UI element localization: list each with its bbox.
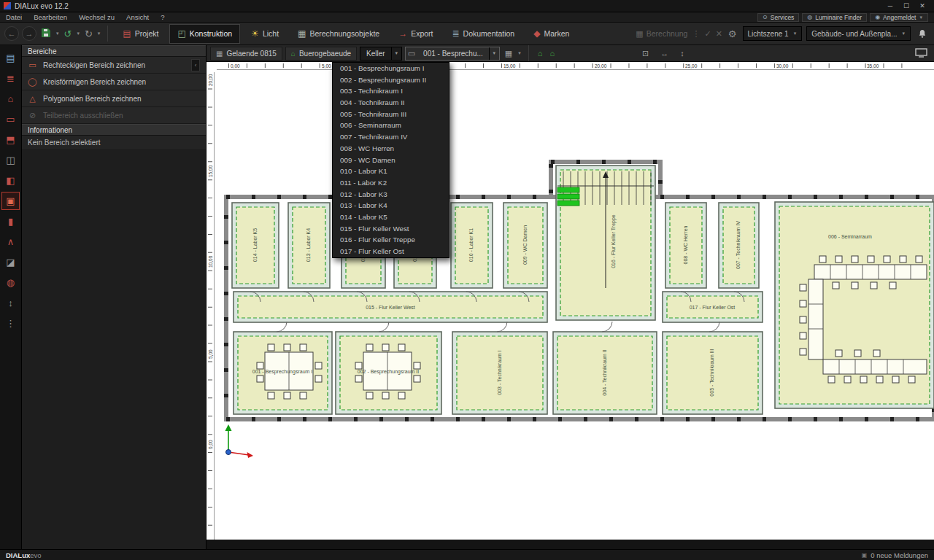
tool-areas-icon[interactable]: ▣ [1,192,20,210]
measure-vertical-icon[interactable]: ↕ [678,49,687,58]
room-007-technikraum-iv[interactable]: 007 - Technikraum IV [719,203,759,288]
room-option[interactable]: 007 - Technikraum IV [333,131,449,143]
undo-menu-caret-icon[interactable]: ▾ [76,31,80,36]
chevron-down-icon[interactable]: ▾ [517,50,522,56]
room-option[interactable]: 002 - Besprechungsraum II [333,74,449,86]
services-button[interactable]: ⊙ Services [757,13,799,22]
mode-konstruktion-button[interactable]: ◰ Konstruktion [169,24,240,44]
panel-collapse-button[interactable]: ‹ [191,59,200,71]
tool-materials-icon[interactable]: ◍ [1,273,20,292]
tool-objects-icon[interactable]: ◪ [1,253,20,271]
drawing-canvas[interactable]: 0,00 5,00 10,00 15,00 20,00 25,00 30,00 … [207,62,934,549]
draw-polygon-area-button[interactable]: △ Polygonalen Bereich zeichnen [22,90,206,107]
menu-wechsel-zu[interactable]: Wechsel zu [79,13,115,21]
save-icon[interactable] [39,28,53,40]
notifications-bell-icon[interactable] [915,29,930,39]
messages-button[interactable]: ▣ 0 neue Meldungen [862,551,928,559]
settings-gear-icon[interactable]: ⚙ [727,28,738,39]
berechnung-button[interactable]: ▦ Berechnung [636,29,687,39]
room-option[interactable]: 012 - Labor K3 [333,189,449,201]
building-tab[interactable]: ⌂ Buerogebaeude [285,47,357,61]
room-009-wc-damen[interactable]: 009 - WC Damen [503,203,547,288]
room-001-besprechungsraum-1[interactable]: 001 - Besprechungsraum I [234,332,332,414]
display-settings-icon[interactable] [915,48,927,59]
room-option[interactable]: 001 - Besprechungsraum I [333,63,449,74]
mode-export-button[interactable]: → Export [390,24,441,44]
minimize-button[interactable]: ─ [882,2,898,9]
mode-dokumentation-button[interactable]: ≣ Dokumentation [444,24,523,44]
room-013-labor-k4[interactable]: 013 - Labor K4 [288,203,330,288]
menu-datei[interactable]: Datei [6,13,22,21]
zoom-selection-icon[interactable]: ⊡ [640,49,651,58]
room-003-technikraum-1[interactable]: 003 - Technikraum I [452,332,547,414]
room-option[interactable]: 013 - Labor K4 [333,200,449,211]
lichtszene-select[interactable]: Lichtszene 1 ▾ [743,26,803,41]
room-option[interactable]: 011 - Labor K2 [333,177,449,189]
storey-select[interactable]: Keller ▾ [360,47,402,61]
room-option[interactable]: 017 - Flur Keller Ost [333,246,449,257]
undo-icon[interactable]: ↺ [63,28,74,39]
room-option[interactable]: 003 - Technikraum I [333,85,449,97]
tool-site-icon[interactable]: ▤ [1,49,20,67]
room-005-technikraum-3[interactable]: 005 - Technikraum III [663,332,763,414]
room-option[interactable]: 015 - Flur Keller West [333,223,449,235]
chevron-down-icon[interactable]: ▾ [391,47,401,60]
menu-help[interactable]: ? [161,13,164,21]
close-button[interactable]: ✕ [914,2,930,9]
room-008-wc-herren[interactable]: 008 - WC Herren [665,203,706,288]
room-016-flur-keller-treppe[interactable]: 016 - Flur Keller Treppe [556,166,655,320]
tool-more-icon[interactable]: ⋮ [1,314,20,332]
cancel-icon[interactable]: ✕ [716,29,722,39]
menu-ansicht[interactable]: Ansicht [126,13,149,21]
room-option[interactable]: 016 - Flur Keller Treppe [333,234,449,246]
draw-circle-area-button[interactable]: ◯ Kreisförmigen Bereich zeichnen [22,74,206,90]
room-option[interactable]: 005 - Technikraum III [333,109,449,120]
account-button[interactable]: ◉ Angemeldet ▾ [870,13,928,22]
tool-building-icon[interactable]: ≣ [1,69,20,88]
forward-button[interactable]: → [22,26,36,41]
tool-doors-icon[interactable]: ◧ [1,171,20,190]
mode-licht-button[interactable]: ☀ Licht [243,24,287,44]
luminaire-finder-button[interactable]: ◍ Luminaire Finder [802,13,867,22]
room-select[interactable]: ▭ 001 - Besprechu... ▾ [405,47,500,61]
room-option[interactable]: 009 - WC Damen [333,155,449,166]
room-option[interactable]: 010 - Labor K1 [333,166,449,177]
room-002-besprechungsraum-2[interactable]: 002 - Besprechungsraum II [336,332,441,414]
mode-marken-button[interactable]: ◆ Marken [525,24,577,44]
measure-horizontal-icon[interactable]: ↔ [658,49,671,58]
redo-icon[interactable]: ↻ [83,28,94,39]
menu-bearbeiten[interactable]: Bearbeiten [34,13,67,21]
tool-rooms-icon[interactable]: ▭ [1,110,20,128]
storey-down-icon[interactable]: ⌂ [547,49,557,58]
room-004-technikraum-2[interactable]: 004 - Technikraum II [553,332,657,414]
room-017-flur-keller-ost[interactable]: 017 - Flur Keller Ost [663,292,763,322]
tool-ceilings-icon[interactable]: ⬒ [1,131,20,149]
tool-measure-icon[interactable]: ↕ [1,294,20,312]
tool-windows-icon[interactable]: ◫ [1,151,20,169]
back-button[interactable]: ← [4,26,19,41]
room-015-flur-keller-west[interactable]: 015 - Flur Keller West [234,292,547,322]
room-014-labor-k5[interactable]: 014 - Labor K5 [232,203,279,288]
site-tab[interactable]: ▦ Gelaende 0815 [210,47,282,61]
redo-menu-caret-icon[interactable]: ▾ [97,31,101,36]
room-option[interactable]: 006 - Seminarraum [333,120,449,131]
room-006-seminarraum[interactable]: 006 - Seminarraum [775,202,934,408]
mode-berechnungsobjekte-button[interactable]: ▦ Berechnungsobjekte [290,24,387,44]
more-options-icon[interactable]: ⋮ [692,29,700,39]
draw-rect-area-button[interactable]: ▭ Rechteckigen Bereich zeichnen ‹ [22,57,206,74]
room-option[interactable]: 008 - WC Herren [333,143,449,155]
confirm-icon[interactable]: ✓ [704,29,711,39]
mode-projekt-button[interactable]: ▤ Projekt [115,24,166,44]
storey-up-icon[interactable]: ⌂ [536,49,545,58]
room-010-labor-k1[interactable]: 010 - Labor K1 [451,203,493,288]
tool-roofs-icon[interactable]: ∧ [1,233,20,251]
maximize-button[interactable]: ☐ [898,2,914,9]
room-option[interactable]: 004 - Technikraum II [333,97,449,109]
building-scope-select[interactable]: Gebäude- und Außenpla... ▾ [806,26,911,41]
tool-storeys-icon[interactable]: ⌂ [1,90,20,108]
view-grid-icon[interactable]: ▦ [503,49,514,58]
tool-columns-icon[interactable]: ▮ [1,212,20,230]
save-menu-caret-icon[interactable]: ▾ [55,31,60,36]
chevron-down-icon[interactable]: ▾ [489,47,499,60]
room-option[interactable]: 014 - Labor K5 [333,211,449,223]
